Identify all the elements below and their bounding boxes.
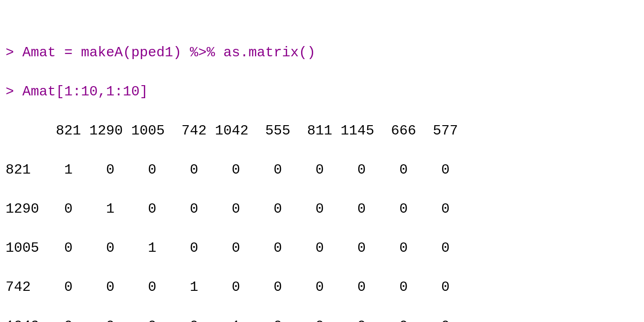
matrix-row: 821 1 0 0 0 0 0 0 0 0 0 [6, 162, 449, 178]
matrix-row: 1005 0 0 1 0 0 0 0 0 0 0 [6, 240, 449, 256]
r-console-input-line-1: > Amat = makeA(pped1) %>% as.matrix() [6, 45, 315, 60]
matrix-column-header: 821 1290 1005 742 1042 555 811 1145 666 … [6, 123, 458, 139]
matrix-row: 742 0 0 0 1 0 0 0 0 0 0 [6, 279, 449, 295]
matrix-row: 1290 0 1 0 0 0 0 0 0 0 0 [6, 201, 449, 217]
matrix-row: 1042 0 0 0 0 1 0 0 0 0 0 [6, 318, 449, 322]
r-console-input-line-2: > Amat[1:10,1:10] [6, 84, 148, 100]
